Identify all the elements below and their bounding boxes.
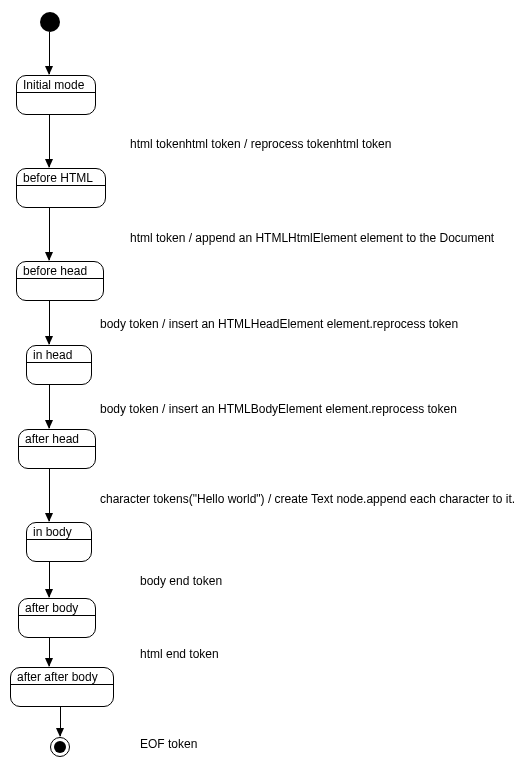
state-after-after-body: after after body [10,667,114,707]
state-initial-mode: Initial mode [16,75,96,115]
state-in-body: in body [26,522,92,562]
state-before-head: before head [16,261,104,301]
state-label: in head [27,346,91,362]
edge-label: html tokenhtml token / reprocess tokenht… [130,138,391,151]
edge-label: body token / insert an HTMLBodyElement e… [100,403,457,416]
state-label: before head [17,262,103,278]
state-body [17,278,103,300]
edge-label: html end token [140,648,219,661]
transition-arrow [49,385,50,428]
final-state [50,737,70,757]
state-label: before HTML [17,169,105,185]
edge-label: EOF token [140,738,197,751]
transition-arrow [49,638,50,666]
initial-state [40,12,60,32]
state-after-body: after body [18,598,96,638]
edge-label: body token / insert an HTMLHeadElement e… [100,318,458,331]
state-body [19,446,95,468]
edge-label: character tokens("Hello world") / create… [100,493,515,506]
state-label: after body [19,599,95,615]
transition-arrow [49,301,50,344]
transition-arrow [49,562,50,597]
state-body [27,362,91,384]
state-body [27,539,91,561]
state-body [19,615,95,637]
transition-arrow [49,115,50,167]
state-label: after head [19,430,95,446]
state-label: after after body [11,668,113,684]
transition-arrow [49,469,50,521]
transition-arrow [49,32,50,74]
state-in-head: in head [26,345,92,385]
state-body [11,684,113,706]
transition-arrow [49,208,50,260]
state-body [17,92,95,114]
state-label: Initial mode [17,76,95,92]
edge-label: html token / append an HTMLHtmlElement e… [130,232,494,245]
state-body [17,185,105,207]
state-after-head: after head [18,429,96,469]
state-label: in body [27,523,91,539]
state-before-html: before HTML [16,168,106,208]
transition-arrow [60,707,61,736]
edge-label: body end token [140,575,222,588]
